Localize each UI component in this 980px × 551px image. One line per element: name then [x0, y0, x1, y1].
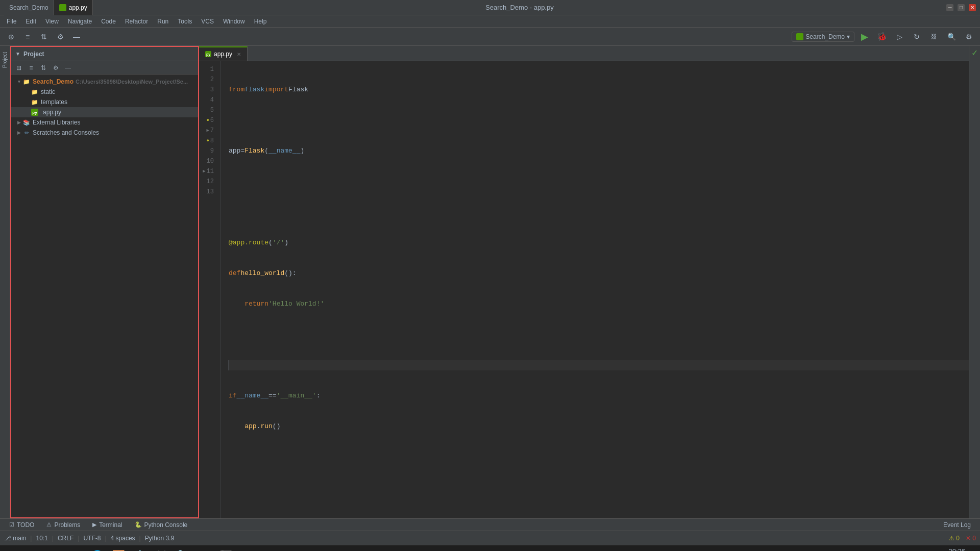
tab-python-console[interactable]: 🐍 Python Console [130, 520, 193, 530]
tree-item-apppy[interactable]: py app.py [11, 107, 198, 117]
coverage-button[interactable]: ▷ [892, 30, 906, 44]
minimize-button[interactable]: ─ [946, 4, 953, 11]
tree-item-templates[interactable]: 📁 templates [11, 97, 198, 107]
toolbar-left: ⊕ ≡ ⇅ ⚙ — [4, 30, 84, 44]
taskbar-terminal[interactable]: ⬛ [215, 546, 236, 552]
tab-event-log[interactable]: Event Log [938, 520, 976, 530]
project-tool-arrows[interactable]: ⇅ [38, 62, 49, 73]
project-collapse-all[interactable]: ⊟ [13, 62, 24, 73]
clock-time: 20:26 [937, 547, 965, 551]
taskbar-app11[interactable]: ● [258, 546, 279, 552]
project-panel: ▼ Project ⊟ ≡ ⇅ ⚙ — ▾ 📁 Search_Demo C:\U… [10, 46, 199, 518]
problems-label: Problems [54, 521, 80, 529]
code-line-7: def hello_world(): [229, 268, 969, 279]
line-numbers: 1 2 3 4 5 ●6 ▶7 ●8 9 10 ▶11 12 13 [199, 61, 220, 518]
search-everywhere-btn[interactable]: 🔍 [944, 30, 959, 44]
taskbar-search[interactable]: 🔍 [23, 546, 42, 552]
toolbar-target-btn[interactable]: ⊕ [4, 30, 18, 44]
menu-window[interactable]: Window [219, 17, 249, 26]
taskbar-store[interactable]: 🪟 [108, 546, 129, 552]
menu-vcs[interactable]: VCS [197, 17, 218, 26]
menu-run[interactable]: Run [153, 17, 173, 26]
code-line-3: app = Flask(__name__) [229, 146, 969, 156]
project-expand-all[interactable]: ≡ [26, 62, 37, 73]
maximize-button[interactable]: □ [958, 4, 965, 11]
run-button[interactable]: ▶ [857, 30, 872, 44]
code-editor[interactable]: 1 2 3 4 5 ●6 ▶7 ●8 9 10 ▶11 12 13 from f… [199, 61, 969, 518]
run-config-chevron: ▾ [847, 33, 850, 40]
toolbar-sort-btn[interactable]: ⇅ [37, 30, 51, 44]
templates-folder-icon: 📁 [31, 98, 39, 106]
python-console-label: Python Console [144, 521, 188, 529]
profile-button[interactable]: ↻ [910, 30, 924, 44]
code-line-12: app.run() [229, 421, 969, 432]
run-config-selector[interactable]: Search_Demo ▾ [792, 32, 854, 42]
menu-bar: File Edit View Navigate Code Refactor Ru… [0, 15, 980, 28]
project-header: ▼ Project [11, 47, 198, 61]
taskbar-pycharm[interactable]: 🔧 [173, 546, 193, 552]
debug-button[interactable]: 🐞 [875, 30, 889, 44]
menu-help[interactable]: Help [250, 17, 271, 26]
templates-label: templates [41, 98, 67, 106]
toolbar-settings-btn[interactable]: ⚙ [53, 30, 67, 44]
tree-item-ext-libs[interactable]: ▶ 📚 External Libraries [11, 117, 198, 128]
window-title: Search_Demo - app.py [485, 4, 554, 11]
left-icon-strip: Project [0, 46, 10, 518]
tab-todo[interactable]: ☑ TODO [4, 520, 39, 530]
tree-root[interactable]: ▾ 📁 Search_Demo C:\Users\35098\Desktop\N… [11, 77, 198, 87]
problems-icon: ⚠ [46, 521, 52, 528]
project-sidebar-icon[interactable]: Project [1, 50, 9, 70]
toolbar-collapse-btn[interactable]: ≡ [20, 30, 35, 44]
menu-refactor[interactable]: Refactor [121, 17, 152, 26]
toolbar-right: Search_Demo ▾ ▶ 🐞 ▷ ↻ ⛓ 🔍 ⚙ [792, 30, 976, 44]
editor-tab-apppy[interactable]: py app.py ✕ [199, 46, 248, 61]
code-content[interactable]: from flask import Flask app = Flask(__na… [220, 61, 969, 518]
project-toolbar: ⊟ ≡ ⇅ ⚙ — [11, 61, 198, 74]
scratches-icon: ✏ [22, 129, 31, 137]
taskbar-mail[interactable]: 📋 [130, 546, 150, 552]
close-button[interactable]: ✕ [969, 4, 976, 11]
menu-view[interactable]: View [41, 17, 63, 26]
tab-terminal[interactable]: ▶ Terminal [87, 520, 127, 530]
static-folder-icon: 📁 [31, 88, 39, 96]
project-tool-close[interactable]: — [62, 62, 74, 73]
taskbar-settings[interactable]: ⚙ [194, 546, 214, 552]
code-line-9 [229, 330, 969, 340]
settings-main-btn[interactable]: ⚙ [962, 30, 976, 44]
title-tab-apppy[interactable]: app.py [54, 0, 93, 15]
toolbar-close-btn[interactable]: — [69, 30, 84, 44]
apppy-tab-label: app.py [69, 4, 87, 11]
menu-code[interactable]: Code [97, 17, 120, 26]
system-clock[interactable]: 20:26 2022-11-27 [937, 547, 965, 551]
taskbar-word[interactable]: W [237, 546, 257, 552]
root-name: Search_Demo [33, 78, 74, 85]
taskbar-right: 🔌 🔊 🔋 70% 英 中 20:26 2022-11-27 ▮ [860, 547, 977, 551]
menu-navigate[interactable]: Navigate [64, 17, 96, 26]
windows-start-button[interactable]: ⊞ [3, 546, 21, 552]
todo-label: TODO [17, 521, 34, 529]
tree-item-scratches[interactable]: ▶ ✏ Scratches and Consoles [11, 128, 198, 138]
editor-tab-close[interactable]: ✕ [237, 52, 241, 57]
taskbar-explorer[interactable]: 📁 [65, 546, 86, 552]
project-tool-settings[interactable]: ⚙ [50, 62, 61, 73]
tab-problems[interactable]: ⚠ Problems [41, 520, 85, 530]
taskbar-app5[interactable]: 🦊 [151, 546, 172, 552]
tree-item-static[interactable]: 📁 static [11, 87, 198, 97]
menu-file[interactable]: File [3, 17, 20, 26]
terminal-icon: ▶ [92, 521, 96, 528]
status-indent: 4 spaces [111, 535, 135, 542]
menu-edit[interactable]: Edit [21, 17, 40, 26]
status-position: 10:1 [36, 535, 47, 542]
root-path: C:\Users\35098\Desktop\New_Project\Se... [76, 79, 188, 85]
run-config-icon [796, 33, 803, 40]
menu-tools[interactable]: Tools [174, 17, 196, 26]
task-view-button[interactable]: ❑ [44, 546, 62, 552]
taskbar: ⊞ 🔍 ❑ 📁 🌐 🪟 📋 🦊 🔧 ⚙ ⬛ W ● 🔌 🔊 🔋 70% 英 中 … [0, 545, 980, 551]
taskbar-edge[interactable]: 🌐 [87, 546, 107, 552]
code-line-11: if __name__ == '__main__': [229, 391, 969, 401]
project-tree: ▾ 📁 Search_Demo C:\Users\35098\Desktop\N… [11, 74, 198, 517]
vcs-button[interactable]: ⛓ [927, 30, 941, 44]
title-tab-search-demo[interactable]: Search_Demo [4, 0, 54, 15]
status-python: Python 3.9 [145, 535, 174, 542]
apppy-label: app.py [43, 109, 61, 116]
